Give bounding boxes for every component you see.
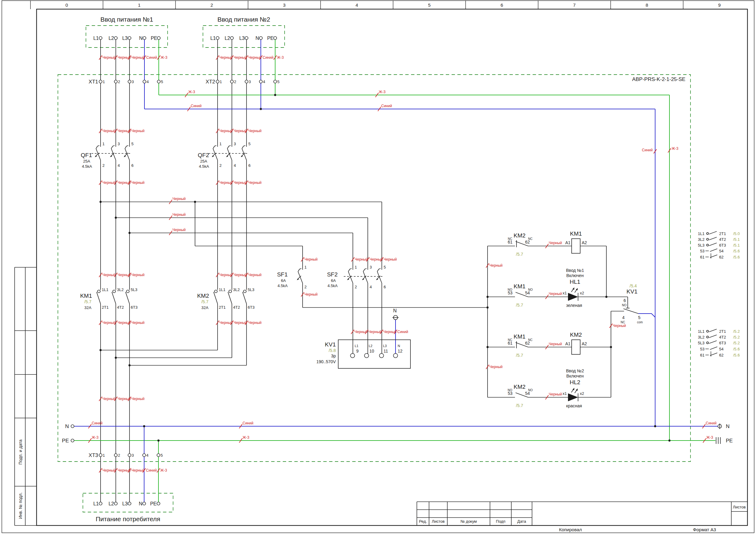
wire-label-black: Черный (216, 181, 232, 185)
ruler-6: 6 (500, 2, 503, 8)
svg-text:Черный: Черный (102, 273, 116, 277)
terminal-label: PE (151, 36, 157, 41)
kv1-n: N (398, 344, 400, 348)
xref-right: 6T3 (719, 341, 726, 345)
svg-text:Черный: Черный (118, 320, 131, 325)
stamp-sheets-right: Листов (733, 505, 746, 509)
svg-text:Черный: Черный (384, 257, 397, 262)
xt1-n3: 3 (132, 80, 134, 84)
wire-label-black: Черный (351, 257, 368, 262)
ruler-9: 9 (718, 2, 721, 8)
breaker-sf2: SF2 6A 4.5kA 1 3 5 2 4 6 (327, 265, 386, 289)
wire-label-black: Черный (99, 273, 116, 277)
aux-ref: /5.7 (516, 403, 523, 408)
svg-text:Черный: Черный (131, 129, 145, 133)
wire-label-black: Черный (245, 129, 261, 133)
xref-right: 54 (719, 347, 723, 351)
kv1-com-number: 5 (638, 315, 640, 320)
terminal-label: L2 (108, 36, 114, 41)
km2-5l3: 5L3 (248, 287, 255, 292)
wire-label-black: Черный (216, 55, 232, 60)
wire-label-black: Черный (169, 197, 186, 204)
qf2-t5: 5 (248, 141, 251, 146)
qf2-t6: 6 (248, 163, 251, 168)
xt2-n5: 5 (277, 80, 280, 84)
kv1-10: 10 (369, 348, 374, 353)
wire-label-blue: Синий (187, 104, 202, 111)
n-rail-left-label: N (65, 423, 69, 429)
stamp-red: Ред. (419, 519, 427, 524)
svg-text:Ж-З: Ж-З (160, 468, 167, 472)
aux-name: KM2 (513, 232, 525, 239)
svg-text:Ж-З: Ж-З (672, 146, 678, 151)
control-circuit: KM2 NC NC 61 62 /5.7 KM1 A1 A2 KM1 NO NO… (508, 230, 643, 408)
wire-label-black: Черный (546, 342, 562, 349)
lamp-caption1: Ввод №1 (566, 268, 584, 273)
n-rail-right-label: N (726, 423, 729, 429)
wire-label-black: Черный (546, 241, 562, 248)
svg-text:Черный: Черный (234, 273, 247, 277)
svg-text:Черный: Черный (102, 181, 116, 185)
xref-ref: /5.2 (733, 341, 740, 345)
qf1-current: 25A (83, 159, 90, 164)
svg-text:Черный: Черный (549, 392, 562, 396)
km1-2t1: 2T1 (102, 305, 108, 310)
kv1-n-tag: N (393, 308, 397, 313)
wire-label-black: Черный (301, 257, 317, 262)
side-label-inventory: Инв. № подл. (18, 492, 23, 519)
sf2-t3: 3 (370, 265, 372, 269)
xt3-label: XT3 (89, 452, 98, 458)
terminal-block-xt3: XT3 1 2 3 4 5 (89, 452, 163, 458)
wire-label-blue: Синий (143, 55, 157, 60)
aux-name: KM1 (513, 283, 525, 290)
xref-right: 4T2 (719, 335, 726, 340)
breaker-qf2: QF2 25A 4.5kA 1 3 5 2 4 6 (198, 141, 251, 169)
svg-text:Черный: Черный (131, 273, 145, 277)
ruler-8: 8 (646, 2, 648, 8)
svg-text:Черный: Черный (234, 55, 247, 60)
svg-text:Черный: Черный (173, 228, 186, 232)
terminal-label: N (139, 501, 142, 506)
qf1-breaking: 4.5kA (82, 164, 92, 169)
svg-text:Черный: Черный (118, 181, 131, 185)
svg-text:Черный: Черный (248, 273, 261, 277)
svg-text:Синий: Синий (381, 104, 392, 108)
aux-61: 61 (508, 341, 513, 345)
ruler-7: 7 (573, 2, 576, 8)
wire-label-pe: Ж-З (88, 435, 98, 443)
relay-kv1: L1 9 L2 10 L3 11 N 12 KV1 /5.8 3p 190..5… (316, 308, 411, 369)
km1-ref: /5.7 (84, 299, 92, 304)
lamp-name: HL1 (570, 279, 580, 285)
xt2-n2: 2 (234, 80, 236, 84)
sf1-current: 6A (281, 278, 286, 283)
kv1-com-tag: com (637, 320, 643, 324)
aux-contact-km2-nc: KM2 NC NC 61 62 /5.7 (508, 232, 532, 257)
km1-current: 32A (84, 305, 92, 310)
coil-a2: A2 (582, 341, 587, 346)
qf1-t4: 4 (118, 163, 120, 168)
sf2-t5: 5 (384, 265, 386, 269)
sf1-breaking: 4.5kA (278, 283, 288, 288)
aux-contact-km1-no: KM1 NO NO 53 54 /5.7 (508, 283, 533, 308)
km1-name: KM1 (80, 292, 92, 299)
side-label-sign-date: Подп. и дата (18, 440, 23, 465)
wire-label-black: Черный (99, 397, 116, 401)
svg-text:Черный: Черный (248, 181, 261, 185)
svg-text:Синий: Синий (243, 421, 253, 425)
svg-text:Черный: Черный (131, 397, 145, 401)
kv1-no-number: 6 (623, 298, 626, 303)
km2-6t3: 6T3 (248, 305, 255, 310)
wire-label-blue: Синий (143, 468, 157, 472)
wire-label-black: Черный (216, 129, 232, 133)
xref-ref: /5.2 (733, 329, 740, 334)
wire-label-blue: Синий (642, 148, 657, 153)
svg-text:Ж-З: Ж-З (379, 90, 386, 94)
svg-text:Синий: Синий (263, 55, 273, 60)
aux-54: 54 (525, 391, 530, 396)
kv1-9: 9 (356, 348, 359, 353)
xref-left: 53 (700, 249, 705, 253)
wire-label-black: Черный (99, 181, 116, 185)
wire-label-black: Черный (169, 228, 186, 235)
aux-ref: /5.7 (516, 252, 523, 257)
terminal-label: L1 (93, 36, 99, 41)
